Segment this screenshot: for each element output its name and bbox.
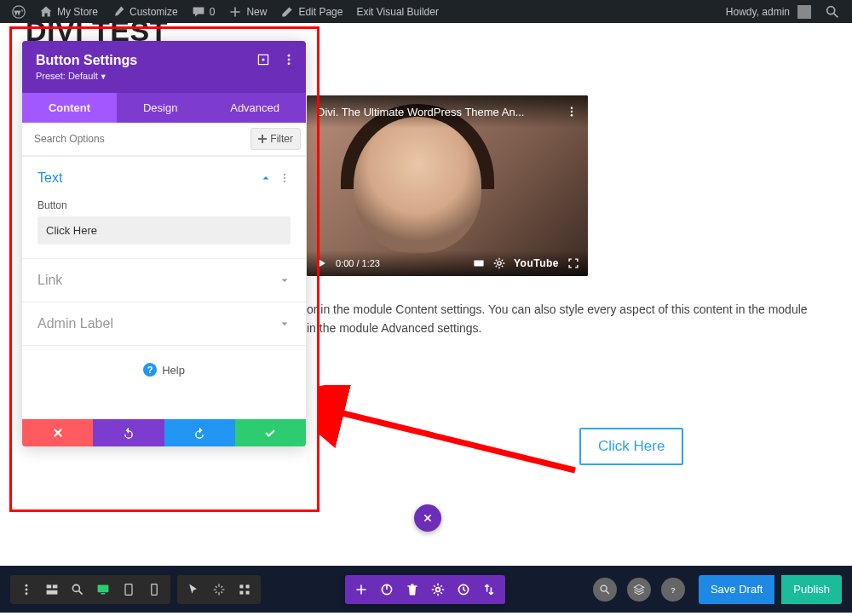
publish-button[interactable]: Publish	[781, 575, 842, 604]
more-vert-icon[interactable]	[566, 106, 578, 118]
svg-point-9	[262, 58, 264, 60]
redo-button[interactable]	[164, 419, 235, 446]
phone-view[interactable]	[141, 575, 167, 604]
zoom-view[interactable]	[65, 575, 90, 604]
more-vert-icon	[20, 583, 33, 596]
more-vert-icon[interactable]	[279, 172, 291, 184]
svg-rect-30	[246, 590, 250, 594]
preset-dropdown[interactable]: Preset: Default▼	[36, 71, 292, 81]
wireframe-view[interactable]	[39, 575, 65, 604]
sparkle-icon	[212, 583, 226, 596]
field-label-button: Button	[37, 199, 291, 211]
bar-group-center	[345, 575, 505, 604]
filter-button[interactable]: Filter	[250, 128, 301, 150]
button-text-input[interactable]	[37, 216, 291, 245]
save-draft-button[interactable]: Save Draft	[699, 575, 774, 604]
svg-point-13	[284, 174, 285, 176]
builder-toggle-fab[interactable]	[414, 504, 441, 532]
page-settings[interactable]	[374, 575, 400, 604]
grid-view[interactable]	[232, 575, 257, 604]
close-icon	[52, 427, 64, 439]
tablet-view[interactable]	[116, 575, 141, 604]
button-preview[interactable]: Click Here	[579, 428, 683, 465]
help[interactable]: ?	[661, 578, 685, 602]
save-button[interactable]	[235, 419, 306, 446]
chevron-down-icon	[279, 274, 291, 286]
svg-point-6	[498, 262, 501, 265]
tab-content[interactable]: Content	[22, 93, 117, 123]
fullscreen-icon[interactable]	[567, 257, 579, 269]
svg-rect-27	[239, 584, 243, 588]
captions-icon[interactable]	[473, 257, 485, 269]
global-settings[interactable]	[425, 575, 451, 604]
section-text-header[interactable]: Text	[22, 157, 306, 199]
layers-icon	[633, 584, 645, 596]
clear-layout[interactable]	[400, 575, 425, 604]
expand-icon[interactable]	[256, 53, 270, 66]
redo-icon	[193, 427, 205, 439]
search-input[interactable]	[22, 123, 245, 155]
svg-rect-26	[152, 584, 157, 595]
section-link-header[interactable]: Link	[22, 259, 306, 302]
tab-design[interactable]: Design	[117, 93, 204, 123]
help-link[interactable]: ? Help	[22, 345, 306, 419]
wireframe-icon	[45, 583, 59, 596]
undo-button[interactable]	[93, 419, 164, 446]
svg-point-14	[284, 177, 285, 179]
svg-line-7	[332, 411, 575, 470]
svg-rect-29	[239, 590, 243, 594]
modal-header[interactable]: Button Settings Preset: Default▼	[22, 41, 306, 93]
video-embed[interactable]: Divi. The Ultimate WordPress Theme An...…	[307, 95, 588, 276]
svg-point-22	[72, 584, 79, 591]
tab-advanced[interactable]: Advanced	[204, 93, 306, 123]
power-icon	[380, 583, 394, 596]
search-row: Filter	[22, 123, 306, 156]
module-settings-modal: Button Settings Preset: Default▼ Content…	[22, 41, 306, 446]
question-icon: ?	[667, 584, 679, 596]
modal-actions	[22, 419, 306, 446]
arrows-icon	[482, 583, 496, 596]
svg-point-4	[571, 114, 573, 117]
more-vert-icon[interactable]	[282, 53, 296, 66]
hover-view[interactable]	[181, 575, 206, 604]
svg-point-11	[288, 59, 291, 61]
svg-point-12	[288, 62, 291, 65]
svg-point-32	[436, 587, 440, 591]
plus-icon	[258, 135, 267, 143]
wordpress-icon	[12, 5, 26, 19]
svg-rect-23	[98, 584, 109, 592]
youtube-logo[interactable]: YouTube	[514, 257, 559, 269]
history[interactable]	[451, 575, 476, 604]
find-replace[interactable]	[593, 578, 617, 602]
bar-group-views	[177, 575, 261, 604]
chevron-down-icon	[279, 318, 291, 330]
svg-point-1	[827, 6, 835, 14]
body-paragraph: or in the module Content settings. You c…	[307, 300, 818, 337]
tablet-icon	[122, 583, 135, 596]
builder-bar: ? Save Draft Publish	[0, 566, 852, 613]
svg-rect-5	[474, 261, 483, 267]
play-icon[interactable]	[315, 257, 327, 269]
svg-point-10	[288, 55, 291, 57]
chevron-up-icon	[260, 172, 272, 184]
layers[interactable]	[627, 578, 651, 602]
svg-rect-19	[47, 584, 52, 588]
section-admin-label-header[interactable]: Admin Label	[22, 302, 306, 345]
more-vert[interactable]	[14, 575, 39, 604]
svg-point-15	[284, 181, 285, 182]
svg-point-3	[571, 111, 573, 113]
portability[interactable]	[476, 575, 502, 604]
desktop-icon	[96, 583, 110, 596]
desktop-view[interactable]	[90, 575, 116, 604]
trash-icon	[406, 583, 419, 596]
discard-button[interactable]	[22, 419, 93, 446]
cursor-icon	[187, 583, 200, 596]
history-icon	[457, 583, 470, 596]
svg-point-17	[26, 588, 28, 590]
gear-icon[interactable]	[493, 257, 505, 269]
modal-title: Button Settings	[36, 53, 292, 68]
click-view[interactable]	[206, 575, 232, 604]
add-module[interactable]	[348, 575, 374, 604]
video-title: Divi. The Ultimate WordPress Theme An...	[317, 106, 524, 118]
plus-icon	[354, 583, 368, 596]
